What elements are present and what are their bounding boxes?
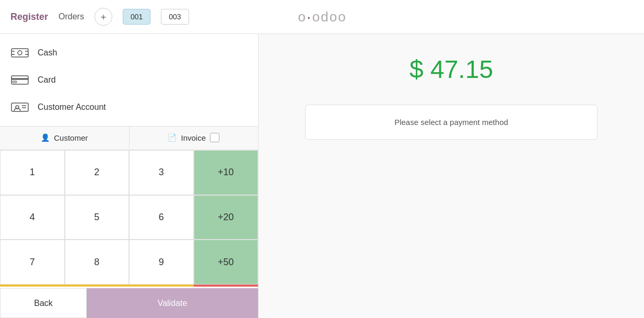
invoice-checkbox[interactable]: [210, 133, 219, 142]
num-btn-6[interactable]: 6: [129, 195, 194, 240]
num-btn-9[interactable]: 9: [129, 240, 194, 285]
back-button[interactable]: Back: [0, 288, 87, 318]
main-layout: Cash Card: [0, 34, 644, 318]
logo-text4: o: [330, 9, 337, 25]
invoice-tab[interactable]: 📄 Invoice: [130, 127, 259, 150]
logo-text5: o: [338, 9, 346, 25]
register-nav[interactable]: Register: [10, 12, 48, 22]
add-order-button[interactable]: ＋: [95, 8, 112, 26]
svg-rect-6: [11, 76, 28, 84]
payment-method-customer-account[interactable]: Customer Account: [0, 94, 258, 121]
customer-tab-label: Customer: [54, 133, 88, 142]
card-label: Card: [38, 75, 56, 85]
payment-methods-list: Cash Card: [0, 34, 258, 127]
num-btn-plus10[interactable]: +10: [194, 150, 259, 195]
logo-text3: d: [321, 9, 329, 25]
tab-001[interactable]: 001: [123, 9, 150, 25]
customer-account-label: Customer Account: [38, 103, 106, 112]
customer-icon: 👤: [41, 133, 50, 142]
total-amount: $ 47.15: [409, 55, 493, 84]
action-tabs: 👤 Customer 📄 Invoice: [0, 127, 258, 150]
cash-label: Cash: [38, 48, 57, 58]
plus-icon: ＋: [99, 10, 108, 23]
svg-rect-0: [11, 49, 28, 57]
svg-rect-8: [13, 81, 17, 83]
num-btn-8[interactable]: 8: [65, 240, 130, 285]
odoo-logo: o · o d o o: [298, 8, 346, 25]
tab-003[interactable]: 003: [161, 9, 189, 25]
cash-icon: [10, 47, 29, 59]
numpad: 1 2 3 +10 4 5 6 +20 7 8 9 +50: [0, 150, 258, 287]
payment-method-cash[interactable]: Cash: [0, 39, 258, 66]
left-panel: Cash Card: [0, 34, 259, 318]
header-left: Register Orders ＋ 001 003: [10, 8, 189, 26]
logo-dot: ·: [307, 8, 312, 25]
validate-button[interactable]: Validate: [87, 288, 258, 318]
payment-method-card[interactable]: Card: [0, 66, 258, 94]
orders-nav[interactable]: Orders: [58, 12, 84, 21]
customer-tab[interactable]: 👤 Customer: [0, 127, 130, 150]
svg-point-1: [18, 51, 22, 55]
card-icon: [10, 74, 29, 86]
right-panel: $ 47.15 Please select a payment method: [259, 34, 644, 318]
logo-text: o: [298, 9, 306, 25]
num-btn-plus50[interactable]: +50: [194, 240, 259, 285]
header: Register Orders ＋ 001 003 o · o d o o: [0, 0, 644, 34]
payment-placeholder-message: Please select a payment method: [305, 105, 598, 140]
numpad-grid: 1 2 3 +10 4 5 6 +20 7 8 9 +50: [0, 150, 258, 285]
num-btn-2[interactable]: 2: [65, 150, 130, 195]
customer-account-icon: [10, 101, 29, 113]
num-btn-plus20[interactable]: +20: [194, 195, 259, 240]
num-btn-5[interactable]: 5: [65, 195, 130, 240]
invoice-tab-label: Invoice: [181, 133, 206, 142]
num-btn-1[interactable]: 1: [0, 150, 65, 195]
num-btn-4[interactable]: 4: [0, 195, 65, 240]
logo-text2: o: [312, 9, 320, 25]
num-btn-7[interactable]: 7: [0, 240, 65, 285]
bottom-actions: Back Validate: [0, 287, 258, 318]
invoice-icon: 📄: [168, 133, 177, 142]
num-btn-3[interactable]: 3: [129, 150, 194, 195]
